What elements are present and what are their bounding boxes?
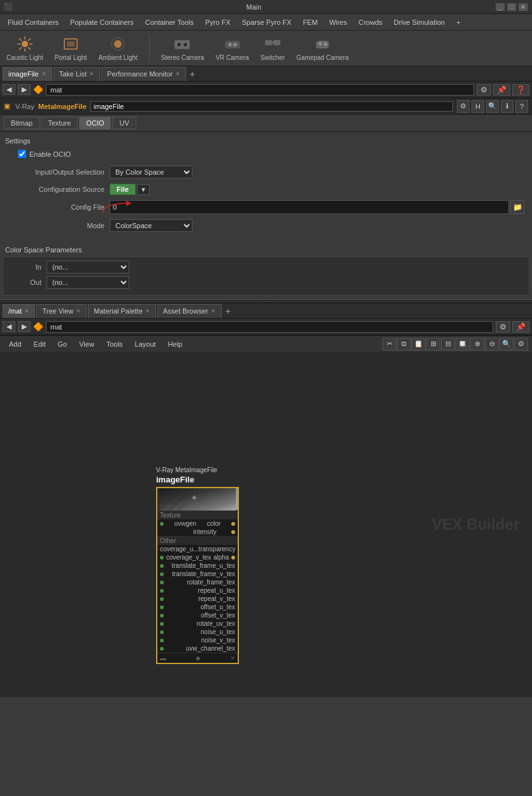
in-row: In (no...: [8, 261, 524, 273]
svg-rect-20: [265, 40, 272, 45]
menu-tools[interactable]: Tools: [101, 339, 128, 349]
out-select[interactable]: (no...: [47, 276, 129, 289]
config-file-folder-btn[interactable]: 📁: [510, 200, 524, 214]
nav-back-btn[interactable]: ◀: [3, 84, 15, 95]
tab-treeview[interactable]: Tree View ✕: [36, 304, 87, 318]
menu-edit[interactable]: Edit: [29, 339, 51, 349]
tab-mat-close[interactable]: ✕: [24, 308, 29, 314]
vex-builder-canvas: Indie Edition VEX Builder V-Ray MetaImag…: [0, 352, 532, 697]
tab-bitmap[interactable]: Bitmap: [4, 117, 40, 129]
prop-zoom-btn[interactable]: 🔍: [486, 100, 499, 113]
menu-layout[interactable]: Layout: [130, 339, 161, 349]
bottom-tab-add[interactable]: +: [223, 306, 233, 316]
config-source-arrow[interactable]: ▼: [137, 184, 150, 195]
svg-line-8: [28, 38, 31, 41]
bottom-tab-strip: /mat ✕ Tree View ✕ Material Palette ✕ As…: [0, 303, 532, 319]
win-close[interactable]: ✕: [518, 3, 528, 11]
win-minimize[interactable]: _: [495, 3, 505, 11]
tab-performance-monitor-close[interactable]: ✕: [175, 71, 180, 77]
in-label: In: [8, 263, 47, 271]
tab-performance-monitor[interactable]: Performance Monitor ✕: [101, 67, 186, 81]
node-section-texture: Texture: [157, 510, 238, 519]
tab-treeview-close[interactable]: ✕: [76, 308, 81, 314]
bottom-nav-back[interactable]: ◀: [3, 321, 15, 332]
stereo-camera-tool[interactable]: Stereo Camera: [159, 34, 207, 62]
tab-imagefile[interactable]: imageFile ✕: [3, 67, 52, 81]
nav-path-display: mat: [46, 84, 474, 96]
tab-ocio[interactable]: OCIO: [79, 117, 111, 129]
tab-material-palette-close[interactable]: ✕: [145, 308, 150, 314]
toolbar-settings[interactable]: ⚙: [514, 338, 528, 351]
toolbar-sparse-pyro-fx[interactable]: Sparse Pyro FX: [237, 17, 297, 27]
win-maximize[interactable]: □: [507, 3, 517, 11]
footer-icon-3[interactable]: ✕: [230, 655, 235, 662]
toolbar-fluid-containers[interactable]: Fluid Containers: [3, 17, 64, 27]
toolbar-grid2[interactable]: ⊟: [441, 338, 455, 351]
node-name-input[interactable]: [90, 101, 453, 112]
enable-ocio-checkbox[interactable]: [18, 150, 26, 158]
tab-texture[interactable]: Texture: [41, 117, 78, 129]
toolbar-zoom-out[interactable]: ⊖: [485, 338, 499, 351]
toolbar-search[interactable]: 🔍: [500, 338, 514, 351]
tab-takelist-close[interactable]: ✕: [89, 71, 94, 77]
footer-icon-1[interactable]: ▬: [160, 655, 166, 662]
config-file-input[interactable]: [110, 200, 509, 214]
nav-settings-btn[interactable]: ⚙: [477, 84, 491, 96]
caustic-light-tool[interactable]: Caustic Light: [4, 34, 46, 62]
prop-settings-btn[interactable]: ⚙: [457, 100, 470, 113]
switcher-tool[interactable]: Switcher: [258, 34, 287, 62]
tab-takelist[interactable]: Take List ✕: [54, 67, 100, 81]
tab-mat-bottom[interactable]: /mat ✕: [3, 304, 35, 318]
toolbar-pyro-fx[interactable]: Pyro FX: [200, 17, 236, 27]
toolbar-cut[interactable]: ✂: [382, 338, 396, 351]
bottom-nav-icon-btn2[interactable]: 📌: [512, 321, 529, 333]
menu-help[interactable]: Help: [163, 339, 188, 349]
vr-camera-tool[interactable]: VR Camera: [213, 34, 251, 62]
in-select[interactable]: (no...: [47, 261, 129, 273]
bottom-node-bar: ◀ ▶ 🔶 mat ⚙ 📌: [0, 319, 532, 335]
ambient-light-tool[interactable]: Ambient Light: [96, 34, 140, 62]
toolbar-add[interactable]: +: [451, 17, 465, 27]
menu-view[interactable]: View: [74, 339, 99, 349]
toolbar-zoom-in[interactable]: ⊕: [470, 338, 484, 351]
top-node-bar: ◀ ▶ 🔶 mat ⚙ 📌 ❓: [0, 82, 532, 98]
tab-asset-browser[interactable]: Asset Browser ✕: [157, 304, 222, 318]
portal-light-icon: [62, 35, 80, 53]
nav-help-btn[interactable]: ❓: [512, 84, 529, 96]
toolbar-wires[interactable]: Wires: [324, 17, 352, 27]
node-card[interactable]: V-Ray MetaImageFile imageFile: [156, 467, 239, 664]
toolbar-copy[interactable]: ⧉: [397, 338, 411, 351]
toolbar-grid[interactable]: ⊞: [426, 338, 440, 351]
prop-h-btn[interactable]: H: [471, 100, 484, 113]
nav-pin-btn[interactable]: 📌: [493, 84, 510, 96]
port-coverage-u-name: coverage_u...: [160, 546, 199, 553]
tab-asset-browser-close[interactable]: ✕: [211, 308, 216, 314]
toolbar-crowds[interactable]: Crowds: [354, 17, 387, 27]
menu-go[interactable]: Go: [53, 339, 73, 349]
footer-icon-2[interactable]: ◆: [196, 655, 201, 662]
menu-add[interactable]: Add: [4, 339, 27, 349]
toolbar-populate-containers[interactable]: Populate Containers: [65, 17, 139, 27]
input-output-select[interactable]: By Color Space By Role Raw: [110, 166, 192, 178]
nav-forward-btn[interactable]: ▶: [18, 84, 31, 95]
portal-light-tool[interactable]: Portal Light: [52, 34, 90, 62]
gamepad-camera-tool[interactable]: Gamepad Camera: [294, 34, 351, 62]
tab-imagefile-close[interactable]: ✕: [41, 71, 47, 77]
toolbar-container-tools[interactable]: Container Tools: [140, 17, 199, 27]
toolbar-paste[interactable]: 📋: [412, 338, 426, 351]
ambient-light-icon: [109, 35, 127, 53]
bottom-nav-forward[interactable]: ▶: [18, 321, 31, 332]
mode-select[interactable]: ColorSpace Role Display/View: [110, 219, 192, 232]
toolbar-snap[interactable]: 🔲: [456, 338, 470, 351]
prop-info-btn[interactable]: ℹ: [501, 100, 514, 113]
bottom-nav-icon-btn1[interactable]: ⚙: [496, 321, 510, 333]
tab-uv[interactable]: UV: [112, 117, 136, 129]
tab-add-button[interactable]: +: [187, 69, 198, 79]
bottom-nav-icons: ⚙ 📌: [496, 321, 529, 333]
tab-material-palette[interactable]: Material Palette ✕: [88, 304, 155, 318]
config-file-btn[interactable]: File: [110, 184, 136, 195]
toolbar-drive-simulation[interactable]: Drive Simulation: [389, 17, 450, 27]
port-row-coverage-v: coverage_v_tex alpha: [157, 553, 238, 561]
toolbar-fem[interactable]: FEM: [298, 17, 322, 27]
prop-help-btn[interactable]: ?: [515, 100, 528, 113]
